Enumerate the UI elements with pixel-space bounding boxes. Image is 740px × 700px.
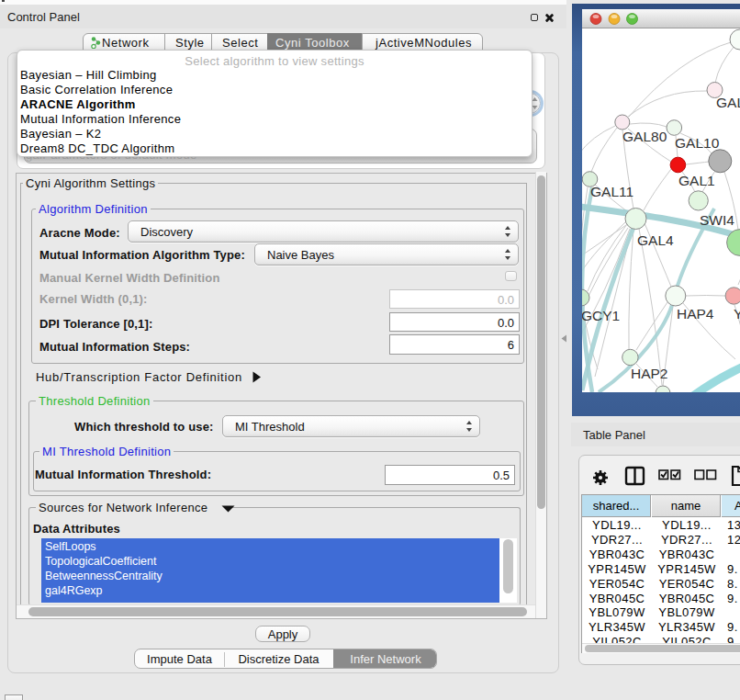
svg-text:HAP2: HAP2 [631, 366, 668, 381]
svg-text:YJ: YJ [734, 306, 740, 322]
svg-text:GAL80: GAL80 [622, 129, 667, 144]
svg-text:GCY1: GCY1 [582, 308, 620, 323]
svg-text:SWI4: SWI4 [700, 212, 734, 228]
svg-text:HAP4: HAP4 [677, 306, 714, 322]
svg-text:GAL10: GAL10 [675, 135, 720, 151]
svg-text:GAL1: GAL1 [678, 173, 715, 188]
svg-text:GAL7: GAL7 [716, 95, 740, 110]
svg-text:GAL11: GAL11 [590, 184, 633, 199]
svg-text:GAL4: GAL4 [637, 232, 674, 248]
